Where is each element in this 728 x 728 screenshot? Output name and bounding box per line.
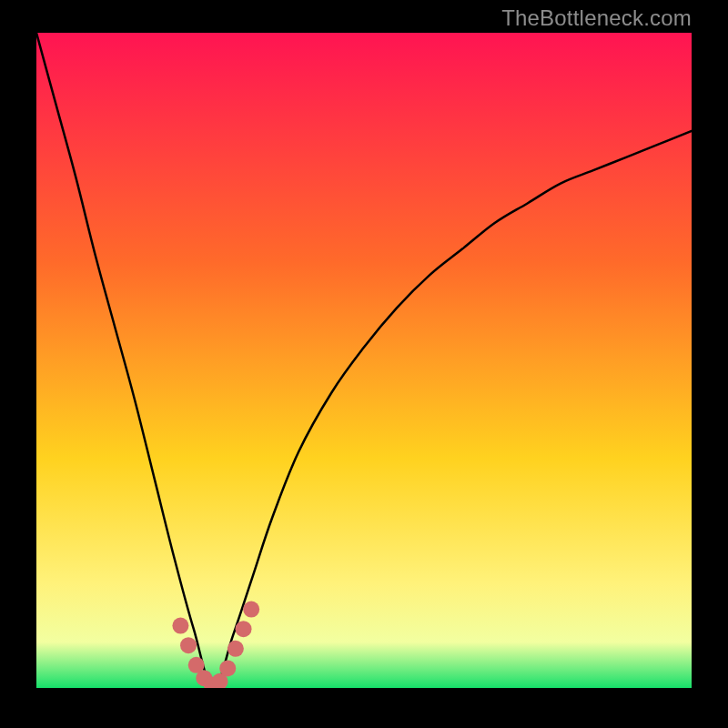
- marker-dot: [236, 621, 252, 637]
- marker-dot: [180, 637, 197, 653]
- marker-dot: [219, 660, 236, 676]
- marker-dot: [243, 602, 259, 618]
- marker-layer: [36, 33, 692, 688]
- watermark-text: TheBottleneck.com: [501, 5, 692, 31]
- bottom-markers: [172, 602, 259, 688]
- marker-dot: [172, 618, 188, 634]
- outer-frame: TheBottleneck.com: [0, 0, 728, 728]
- marker-dot: [228, 641, 244, 657]
- plot-area: [36, 33, 692, 688]
